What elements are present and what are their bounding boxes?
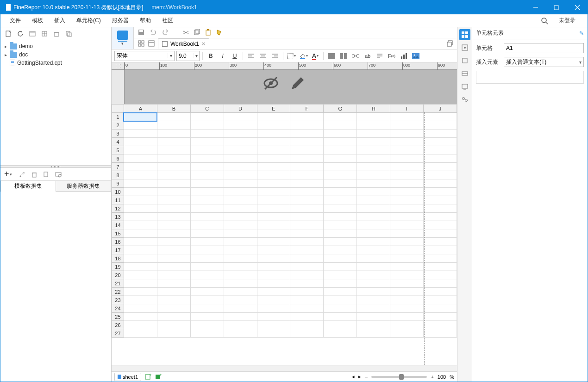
cell[interactable] [390, 163, 424, 171]
formula-icon[interactable]: F(x) [387, 51, 397, 61]
cell[interactable] [423, 279, 457, 288]
row-header[interactable]: 26 [112, 321, 124, 329]
add-sheet-green-icon[interactable]: + [155, 374, 162, 380]
cell[interactable] [290, 221, 324, 229]
cell[interactable] [190, 263, 224, 271]
cut-icon[interactable]: ✂ [183, 28, 189, 37]
cell[interactable] [290, 329, 324, 338]
cell[interactable] [390, 263, 424, 271]
cell[interactable] [357, 263, 390, 271]
menu-item[interactable]: 模板 [26, 14, 49, 27]
cell[interactable] [290, 271, 324, 279]
cell[interactable] [224, 304, 257, 313]
cell[interactable] [224, 329, 257, 338]
cell[interactable] [124, 254, 157, 263]
cell[interactable] [324, 329, 357, 338]
cell[interactable] [390, 213, 424, 221]
cell[interactable] [357, 188, 390, 196]
cell[interactable] [157, 196, 190, 204]
preview-dataset-icon[interactable] [53, 169, 63, 179]
cell[interactable] [423, 213, 457, 221]
cell[interactable] [224, 263, 257, 271]
delete-dataset-icon[interactable] [29, 169, 39, 179]
cell[interactable] [324, 146, 357, 154]
cell[interactable] [357, 121, 390, 129]
cell[interactable] [257, 121, 290, 129]
cell[interactable] [324, 288, 357, 296]
row-header[interactable]: 25 [112, 313, 124, 321]
cell[interactable] [224, 179, 257, 188]
cell[interactable] [290, 304, 324, 313]
cell[interactable] [224, 271, 257, 279]
cell[interactable] [324, 129, 357, 138]
font-color-icon[interactable]: A▾ [310, 51, 320, 61]
cell[interactable] [357, 229, 390, 238]
cell[interactable] [423, 154, 457, 163]
cell[interactable] [224, 296, 257, 304]
cell[interactable] [257, 263, 290, 271]
menu-item[interactable]: 单元格(C) [71, 14, 106, 27]
cell[interactable] [290, 238, 324, 246]
cell[interactable] [423, 121, 457, 129]
cell[interactable] [257, 188, 290, 196]
cell[interactable] [224, 229, 257, 238]
cell[interactable] [324, 138, 357, 146]
cell[interactable] [423, 146, 457, 154]
close-button[interactable] [567, 0, 588, 14]
zoom-slider[interactable] [371, 376, 427, 378]
cell[interactable] [124, 171, 157, 179]
cell[interactable] [257, 288, 290, 296]
cell[interactable] [324, 221, 357, 229]
cell[interactable] [224, 121, 257, 129]
cell[interactable] [224, 204, 257, 213]
cell[interactable] [324, 154, 357, 163]
cell[interactable] [390, 138, 424, 146]
row-header[interactable]: 9 [112, 179, 124, 188]
zoom-out-icon[interactable]: − [365, 374, 368, 380]
cell[interactable] [190, 138, 224, 146]
cell[interactable] [390, 171, 424, 179]
cell[interactable] [257, 204, 290, 213]
close-tab-icon[interactable]: × [202, 40, 206, 47]
vertical-ruler[interactable] [112, 70, 125, 104]
cell[interactable] [390, 204, 424, 213]
cell[interactable] [157, 138, 190, 146]
tree-file[interactable]: GettingStarted.cpt [3, 59, 108, 67]
cell[interactable] [190, 121, 224, 129]
cell[interactable] [124, 263, 157, 271]
cell[interactable] [390, 296, 424, 304]
cell[interactable] [190, 238, 224, 246]
collapse-icon[interactable] [27, 29, 38, 39]
cell[interactable] [257, 179, 290, 188]
cell[interactable] [157, 204, 190, 213]
cell[interactable] [157, 263, 190, 271]
cell[interactable] [257, 254, 290, 263]
preview-button[interactable]: ▾ [112, 27, 134, 49]
cell[interactable] [390, 304, 424, 313]
cell[interactable] [190, 113, 224, 121]
cell[interactable] [157, 154, 190, 163]
row-header[interactable]: 10 [112, 188, 124, 196]
cell[interactable] [290, 254, 324, 263]
cell[interactable] [423, 163, 457, 171]
cell[interactable] [257, 171, 290, 179]
cell[interactable] [357, 163, 390, 171]
cell[interactable] [390, 196, 424, 204]
cell[interactable] [124, 246, 157, 254]
image-icon[interactable] [411, 51, 421, 61]
cell[interactable] [190, 204, 224, 213]
cell[interactable] [324, 213, 357, 221]
cell[interactable] [190, 329, 224, 338]
cell[interactable] [390, 313, 424, 321]
align-center-icon[interactable] [258, 51, 268, 61]
cell-element-tab-icon[interactable] [459, 29, 470, 40]
cell[interactable] [124, 138, 157, 146]
cell[interactable] [390, 279, 424, 288]
font-size-input[interactable] [177, 53, 194, 59]
scroll-left-icon[interactable]: ◂ [352, 374, 355, 380]
cell[interactable] [290, 196, 324, 204]
cell[interactable] [157, 313, 190, 321]
underline-icon[interactable]: U [230, 51, 240, 61]
cell[interactable] [257, 321, 290, 329]
cell[interactable] [357, 113, 390, 121]
